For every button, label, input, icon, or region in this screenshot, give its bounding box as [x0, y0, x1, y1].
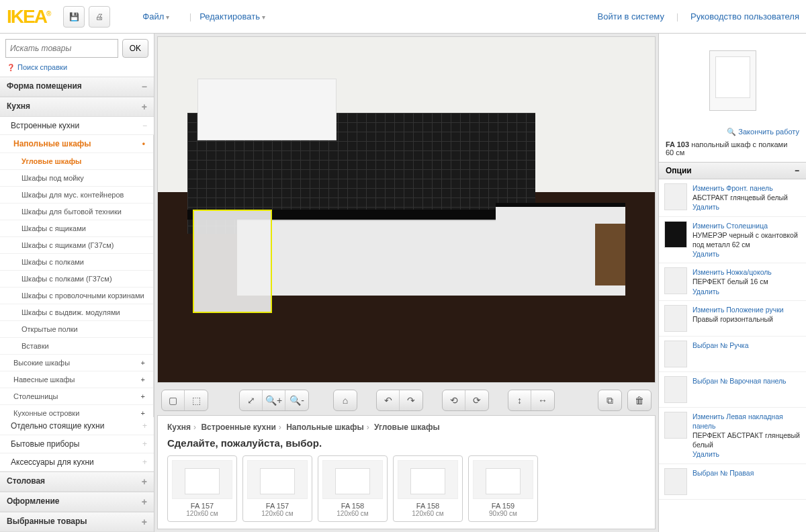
tree-item[interactable]: Шкафы для бытовой техники	[0, 204, 153, 220]
section-kitchen[interactable]: Кухня+	[0, 97, 154, 117]
option-desc: ПЕРФЕКТ белый 16 см	[692, 277, 768, 285]
tree-item[interactable]: Шкафы с ящиками (Г37см)	[0, 237, 153, 254]
tree-item[interactable]: Шкафы с ящиками	[0, 220, 153, 237]
product-preview	[659, 34, 806, 128]
zoom-in-button[interactable]: 🔍+	[263, 390, 285, 410]
undo-button[interactable]: ↶	[377, 390, 400, 410]
option-row: Изменить Фронт. панель АБСТРАКТ глянцевы…	[659, 179, 806, 217]
mirror-button[interactable]: ↔	[531, 390, 554, 410]
flip-button[interactable]: ↕	[508, 390, 531, 410]
tree-sibling[interactable]: Навесные шкафы+	[0, 371, 153, 388]
rotate-left-button[interactable]: ⟲	[443, 390, 465, 410]
options-header[interactable]: Опции−	[659, 162, 806, 179]
card-thumb	[398, 460, 458, 499]
option-change-link[interactable]: Выбран № Ручка	[692, 341, 749, 349]
card-thumb	[322, 460, 383, 499]
option-row: Выбран № Ручка	[659, 337, 806, 372]
outer-item[interactable]: Бытовые приборы+	[0, 435, 154, 453]
breadcrumb: Кухня› Встроенные кухни› Напольные шкафы…	[167, 423, 645, 432]
tree-sibling[interactable]: Кухонные островки+	[0, 405, 153, 417]
product-card[interactable]: FA 157 120x60 см	[167, 455, 237, 522]
option-delete-link[interactable]: Удалить	[692, 203, 719, 211]
tree-item[interactable]: Шкафы с полками	[0, 254, 153, 271]
section-room-shape[interactable]: Форма помещения−	[0, 77, 154, 97]
option-delete-link[interactable]: Удалить	[692, 450, 719, 458]
view-3d-button[interactable]: ⬚	[185, 390, 208, 410]
tree-item[interactable]: Вставки	[0, 338, 153, 355]
save-button[interactable]: 💾	[63, 6, 85, 28]
help-link[interactable]: Поиск справки	[0, 63, 154, 77]
card-dim: 120x60 см	[398, 510, 458, 517]
header: IKEA® 💾 🖨 Файл | Редактировать Войти в с…	[0, 0, 806, 34]
option-thumb	[664, 412, 687, 439]
finish-link[interactable]: Закончить работу	[659, 128, 806, 140]
option-row: Изменить Столешница НУМЕРЭР черный с ока…	[659, 217, 806, 264]
tree-item[interactable]: Шкафы под мойку	[0, 170, 153, 187]
option-change-link[interactable]: Изменить Фронт. панель	[692, 184, 773, 192]
card-thumb	[172, 460, 232, 499]
tree-item[interactable]: Угловые шкафы	[0, 153, 153, 170]
zoom-fit-button[interactable]: ⤢	[240, 390, 263, 410]
section-selected[interactable]: Выбранные товары+	[0, 512, 154, 532]
copy-button[interactable]: ⧉	[598, 390, 621, 410]
card-name: FA 158	[398, 502, 458, 510]
tree-sibling[interactable]: Высокие шкафы+	[0, 355, 153, 371]
prompt-text: Сделайте, пожалуйста, выбор.	[167, 437, 645, 449]
card-thumb	[473, 460, 533, 499]
tree-floor-cabinets[interactable]: Напольные шкафы•	[0, 135, 153, 153]
product-card[interactable]: FA 159 90x90 см	[468, 455, 538, 522]
card-dim: 120x60 см	[247, 510, 308, 517]
redo-button[interactable]: ↷	[400, 390, 422, 410]
card-name: FA 157	[247, 502, 308, 510]
menu-edit[interactable]: Редактировать	[199, 11, 265, 21]
center-pane: ▢ ⬚ ⤢ 🔍+ 🔍- ⌂ ↶ ↷ ⟲ ⟳ ↕	[154, 34, 658, 532]
tree-item[interactable]: Открытые полки	[0, 321, 153, 338]
option-thumb	[664, 341, 687, 367]
product-card[interactable]: FA 157 120x60 см	[242, 455, 312, 522]
view-2d-button[interactable]: ▢	[162, 390, 185, 410]
section-styling[interactable]: Оформление+	[0, 492, 154, 512]
sub-built-in[interactable]: Встроенные кухни−	[0, 117, 154, 135]
option-change-link[interactable]: Выбран № Правая	[692, 469, 754, 477]
outer-item[interactable]: Отдельно стоящие кухни+	[0, 417, 154, 435]
guide-link[interactable]: Руководство пользователя	[690, 11, 799, 21]
tree-item[interactable]: Шкафы с проволочными корзинами	[0, 287, 153, 304]
option-change-link[interactable]: Изменить Столешница	[692, 222, 768, 230]
card-dim: 90x90 см	[473, 510, 533, 517]
delete-button[interactable]: 🗑	[628, 390, 651, 410]
selected-cabinet-highlight[interactable]	[193, 210, 272, 313]
option-row: Выбран № Варочная панель	[659, 372, 806, 408]
option-change-link[interactable]: Изменить Положение ручки	[692, 306, 784, 314]
print-button[interactable]: 🖨	[89, 6, 110, 28]
tree-item[interactable]: Шкафы для мус. контейнеров	[0, 187, 153, 204]
section-dining[interactable]: Столовая+	[0, 472, 154, 492]
option-row: Изменить Левая накладная панель ПЕРФЕКТ …	[659, 408, 806, 464]
option-desc: Правый горизонтальный	[692, 315, 773, 323]
3d-viewport[interactable]	[157, 36, 656, 383]
option-thumb	[664, 221, 687, 248]
outer-item[interactable]: Аксессуары для кухни+	[0, 453, 154, 472]
tree-item[interactable]: Шкафы с полками (Г37см)	[0, 271, 153, 287]
rotate-right-button[interactable]: ⟳	[465, 390, 488, 410]
tree-sibling[interactable]: Столешницы+	[0, 388, 153, 405]
zoom-out-button[interactable]: 🔍-	[285, 390, 308, 410]
option-delete-link[interactable]: Удалить	[692, 250, 719, 258]
search-ok-button[interactable]: OK	[122, 39, 148, 58]
option-change-link[interactable]: Изменить Левая накладная панель	[692, 412, 783, 430]
product-card[interactable]: FA 158 120x60 см	[318, 455, 388, 522]
option-change-link[interactable]: Изменить Ножка/цоколь	[692, 268, 772, 276]
menu-file[interactable]: Файл	[142, 11, 169, 21]
login-link[interactable]: Войти в систему	[598, 11, 664, 21]
option-thumb	[664, 468, 687, 495]
product-card[interactable]: FA 158 120x60 см	[393, 455, 463, 522]
logo: IKEA®	[7, 6, 50, 28]
card-name: FA 158	[322, 502, 383, 510]
option-thumb	[664, 183, 687, 210]
option-change-link[interactable]: Выбран № Варочная панель	[692, 377, 787, 385]
search-input[interactable]	[5, 39, 118, 58]
tree-item[interactable]: Шкафы с выдвиж. модулями	[0, 304, 153, 321]
right-panel: Закончить работу FA 103 напольный шкаф с…	[658, 34, 806, 532]
card-name: FA 159	[473, 502, 533, 510]
option-delete-link[interactable]: Удалить	[692, 287, 719, 296]
home-button[interactable]: ⌂	[334, 390, 357, 410]
